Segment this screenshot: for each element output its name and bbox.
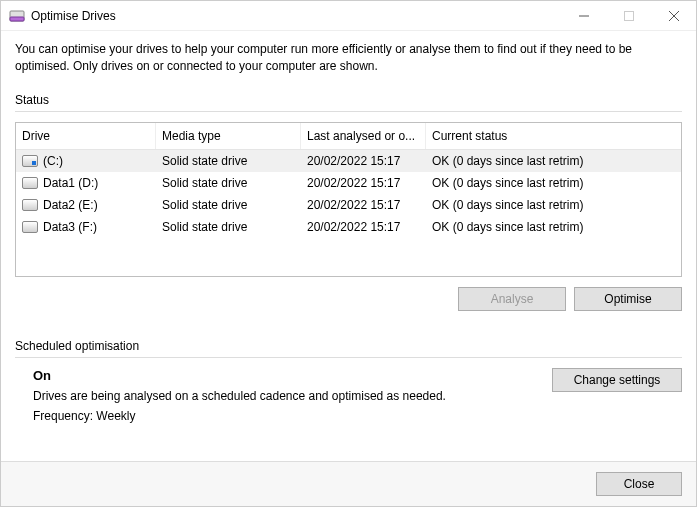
schedule-divider [15,357,682,358]
drive-last: 20/02/2022 15:17 [301,220,426,234]
drive-media: Solid state drive [156,220,301,234]
app-icon [9,8,25,24]
schedule-state: On [33,368,552,383]
svg-rect-3 [624,11,633,20]
schedule-label: Scheduled optimisation [15,339,682,353]
optimise-button[interactable]: Optimise [574,287,682,311]
close-window-button[interactable] [651,1,696,31]
drive-name: Data3 (F:) [43,220,97,234]
footer: Close [1,461,696,506]
drive-status: OK (0 days since last retrim) [426,176,681,190]
minimize-button[interactable] [561,1,606,31]
titlebar: Optimise Drives [1,1,696,31]
drive-icon [22,199,38,211]
schedule-description: Drives are being analysed on a scheduled… [33,389,552,403]
drive-list[interactable]: Drive Media type Last analysed or o... C… [15,122,682,277]
analyse-button: Analyse [458,287,566,311]
drive-name: Data1 (D:) [43,176,98,190]
drive-media: Solid state drive [156,154,301,168]
drive-row[interactable]: Data2 (E:)Solid state drive20/02/2022 15… [16,194,681,216]
drive-last: 20/02/2022 15:17 [301,154,426,168]
drive-last: 20/02/2022 15:17 [301,198,426,212]
drive-icon [22,177,38,189]
col-header-last[interactable]: Last analysed or o... [301,123,426,149]
schedule-frequency: Frequency: Weekly [33,409,552,423]
col-header-media[interactable]: Media type [156,123,301,149]
drive-name: (C:) [43,154,63,168]
drive-icon [22,221,38,233]
drive-status: OK (0 days since last retrim) [426,198,681,212]
drive-row[interactable]: Data3 (F:)Solid state drive20/02/2022 15… [16,216,681,238]
close-button[interactable]: Close [596,472,682,496]
drive-row[interactable]: (C:)Solid state drive20/02/2022 15:17OK … [16,150,681,172]
status-divider [15,111,682,112]
drive-row[interactable]: Data1 (D:)Solid state drive20/02/2022 15… [16,172,681,194]
window-controls [561,1,696,31]
change-settings-button[interactable]: Change settings [552,368,682,392]
col-header-drive[interactable]: Drive [16,123,156,149]
drive-media: Solid state drive [156,176,301,190]
svg-rect-1 [10,17,24,21]
intro-text: You can optimise your drives to help you… [15,41,682,75]
drive-last: 20/02/2022 15:17 [301,176,426,190]
col-header-status[interactable]: Current status [426,123,681,149]
status-label: Status [15,93,682,107]
drive-name: Data2 (E:) [43,198,98,212]
drive-status: OK (0 days since last retrim) [426,220,681,234]
maximize-button [606,1,651,31]
drive-status: OK (0 days since last retrim) [426,154,681,168]
drive-media: Solid state drive [156,198,301,212]
drive-icon [22,155,38,167]
window-title: Optimise Drives [31,9,116,23]
drive-list-header[interactable]: Drive Media type Last analysed or o... C… [16,123,681,150]
